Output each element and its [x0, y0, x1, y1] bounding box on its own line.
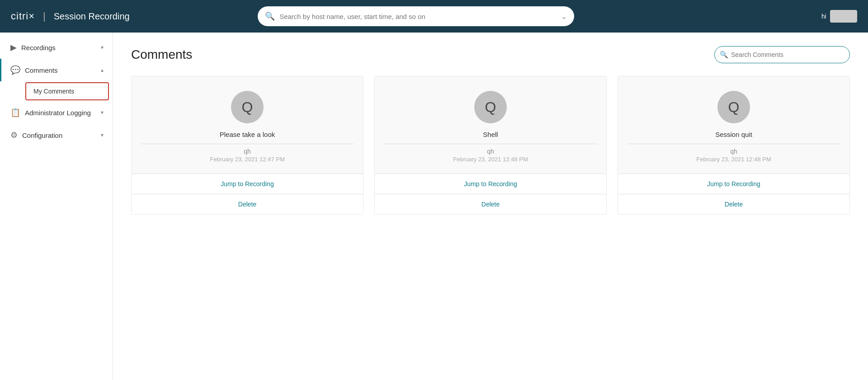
comments-submenu: My Comments: [0, 82, 113, 100]
admin-logging-icon: 📋: [10, 108, 20, 117]
jump-to-recording-button-2[interactable]: Jump to Recording: [618, 174, 849, 194]
sidebar-item-my-comments[interactable]: My Comments: [25, 82, 109, 100]
card-top-2: Q Session quit qh February 23, 2021 12:4…: [618, 76, 849, 174]
sidebar-label-configuration: Configuration: [22, 131, 96, 139]
avatar-2: Q: [717, 91, 750, 123]
card-date-1: February 23, 2021 12:48 PM: [384, 156, 597, 163]
topnav: citri× | Session Recording 🔍 ⌄ hi: [0, 0, 868, 33]
card-top-1: Q Shell qh February 23, 2021 12:48 PM: [375, 76, 606, 174]
sidebar-label-comments: Comments: [25, 66, 96, 74]
sidebar-label-admin-logging: Administrator Logging: [25, 109, 96, 117]
app-logo: citri× | Session Recording: [11, 10, 130, 22]
main-header: Comments 🔍: [131, 46, 850, 63]
avatar-1: Q: [474, 91, 507, 123]
logo-divider: |: [43, 10, 46, 22]
card-divider-1: [384, 144, 597, 144]
admin-logging-arrow: ▾: [101, 109, 104, 116]
configuration-arrow: ▾: [101, 132, 104, 138]
configuration-icon: ⚙: [10, 130, 18, 140]
card-user-0: qh: [141, 148, 354, 155]
search-icon: 🔍: [265, 11, 275, 21]
card-user-1: qh: [384, 148, 597, 155]
user-area: hi: [821, 10, 857, 23]
hi-label: hi: [821, 13, 826, 20]
global-search-input[interactable]: [258, 6, 574, 26]
card-user-2: qh: [627, 148, 840, 155]
jump-to-recording-button-0[interactable]: Jump to Recording: [132, 174, 363, 194]
delete-button-0[interactable]: Delete: [132, 194, 363, 214]
sidebar-item-configuration[interactable]: ⚙ Configuration ▾: [0, 124, 113, 146]
recordings-arrow: ▾: [101, 44, 104, 51]
search-comments-icon: 🔍: [720, 51, 728, 59]
app-title: Session Recording: [54, 11, 130, 22]
sidebar-label-recordings: Recordings: [21, 44, 96, 52]
citrix-logo-text: citri×: [11, 10, 35, 22]
comment-text-0: Please take a look: [141, 131, 354, 138]
avatar-0: Q: [231, 91, 264, 123]
card-divider-0: [141, 144, 354, 144]
comments-icon: 💬: [10, 65, 20, 75]
sidebar-item-recordings[interactable]: ▶ Recordings ▾: [0, 36, 113, 59]
comment-text-1: Shell: [384, 131, 597, 138]
page-title: Comments: [131, 47, 192, 62]
recordings-icon: ▶: [10, 42, 17, 52]
card-date-0: February 23, 2021 12:47 PM: [141, 156, 354, 163]
comment-card-2: Q Session quit qh February 23, 2021 12:4…: [618, 76, 850, 215]
card-top-0: Q Please take a look qh February 23, 202…: [132, 76, 363, 174]
chevron-down-icon[interactable]: ⌄: [561, 12, 567, 21]
comment-text-2: Session quit: [627, 131, 840, 138]
sidebar-item-comments[interactable]: 💬 Comments ▴: [0, 59, 113, 81]
card-divider-2: [627, 144, 840, 144]
card-date-2: February 23, 2021 12:48 PM: [627, 156, 840, 163]
main-content: Comments 🔍 Q Please take a look qh Febru…: [113, 33, 868, 380]
comment-card-1: Q Shell qh February 23, 2021 12:48 PM Ju…: [374, 76, 607, 215]
delete-button-1[interactable]: Delete: [375, 194, 606, 214]
user-avatar: [830, 10, 857, 23]
sidebar: ▶ Recordings ▾ 💬 Comments ▴ My Comments …: [0, 33, 113, 380]
search-comments-input[interactable]: [714, 46, 850, 63]
my-comments-label: My Comments: [33, 88, 74, 95]
comment-card-0: Q Please take a look qh February 23, 202…: [131, 76, 363, 215]
search-comments: 🔍: [714, 46, 850, 63]
jump-to-recording-button-1[interactable]: Jump to Recording: [375, 174, 606, 194]
delete-button-2[interactable]: Delete: [618, 194, 849, 214]
comments-grid: Q Please take a look qh February 23, 202…: [131, 76, 850, 215]
layout: ▶ Recordings ▾ 💬 Comments ▴ My Comments …: [0, 33, 868, 380]
global-search: 🔍 ⌄: [258, 6, 574, 26]
sidebar-item-admin-logging[interactable]: 📋 Administrator Logging ▾: [0, 101, 113, 124]
comments-arrow: ▴: [101, 67, 104, 73]
